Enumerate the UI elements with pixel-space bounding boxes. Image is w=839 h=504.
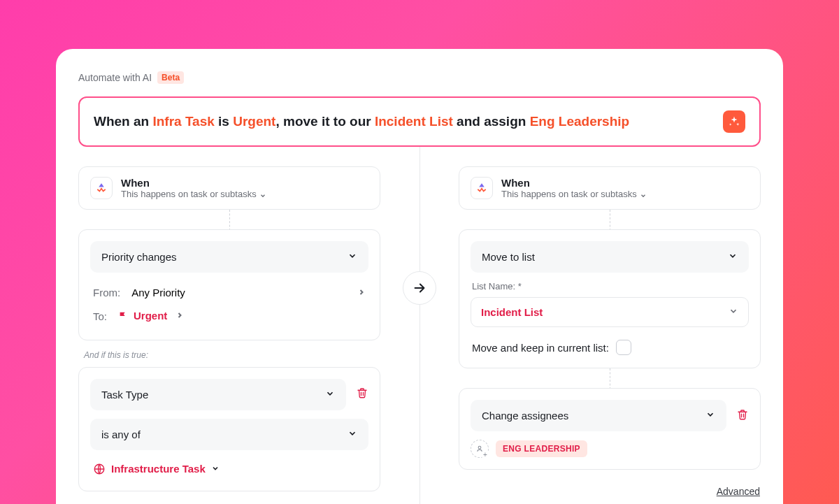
ai-generate-button[interactable] — [723, 110, 745, 133]
chevron-down-icon — [347, 429, 357, 440]
trigger-select[interactable]: Priority changes — [90, 241, 368, 273]
priority-trigger-card: Priority changes From: Any Priority To: — [78, 229, 380, 340]
arrow-right-icon — [412, 280, 427, 296]
assignee-action-select[interactable]: Change assignees — [471, 400, 726, 431]
chevron-right-icon — [175, 310, 184, 322]
chevron-down-icon — [729, 306, 738, 318]
beta-badge: Beta — [157, 71, 184, 84]
when-card[interactable]: When This happens on task or subtasks — [459, 166, 761, 210]
assignee-action-card: Change assignees + — [459, 388, 761, 470]
trigger-column: When This happens on task or subtasks Pr… — [78, 166, 420, 504]
chevron-down-icon — [259, 191, 266, 198]
assignee-chip[interactable]: ENG LEADERSHIP — [496, 440, 587, 457]
automation-panel: Automate with AI Beta When an Infra Task… — [56, 49, 783, 504]
chevron-down-icon — [640, 191, 647, 198]
when-label: When — [121, 177, 266, 189]
plus-icon: + — [481, 450, 489, 459]
trash-icon — [356, 387, 368, 399]
clickup-icon — [90, 177, 113, 199]
chevron-down-icon — [728, 251, 738, 263]
trash-icon — [736, 408, 749, 421]
prompt-text: When an Infra Task is Urgent, move it to… — [94, 114, 629, 129]
clickup-icon — [471, 177, 493, 199]
advanced-link[interactable]: Advanced — [717, 486, 760, 497]
when-subtext: This happens on task or subtasks — [501, 189, 647, 199]
keep-in-list-checkbox[interactable] — [616, 340, 631, 355]
condition-value-row[interactable]: Infrastructure Task — [90, 459, 368, 480]
svg-point-1 — [478, 446, 481, 449]
when-subtext: This happens on task or subtasks — [121, 189, 266, 199]
delete-action-button[interactable] — [736, 408, 749, 424]
chevron-down-icon — [347, 251, 357, 263]
condition-hint: And if this is true: — [84, 350, 380, 360]
chevron-down-icon — [705, 410, 715, 422]
sparkle-icon — [728, 115, 740, 128]
condition-card: Task Type is any of — [78, 367, 380, 491]
flow-arrow — [403, 271, 436, 305]
header-title: Automate with AI — [78, 72, 152, 83]
list-name-label: List Name: * — [472, 281, 749, 291]
keep-in-list-row: Move and keep in current list: — [471, 338, 749, 357]
chevron-down-icon — [211, 463, 220, 475]
when-card[interactable]: When This happens on task or subtasks — [78, 166, 380, 210]
flag-icon — [118, 311, 128, 321]
chevron-down-icon — [325, 389, 335, 401]
from-row[interactable]: From: Any Priority — [90, 281, 368, 304]
delete-condition-button[interactable] — [356, 387, 368, 402]
condition-op-select[interactable]: is any of — [90, 419, 368, 450]
action-column: When This happens on task or subtasks Mo… — [420, 166, 761, 504]
condition-field-select[interactable]: Task Type — [90, 379, 346, 410]
when-label: When — [501, 177, 647, 189]
action-select[interactable]: Move to list — [471, 241, 749, 273]
move-action-card: Move to list List Name: * Incident List … — [459, 229, 761, 368]
to-row[interactable]: To: Urgent — [90, 304, 368, 329]
header: Automate with AI Beta — [78, 71, 761, 84]
add-assignee-button[interactable]: + — [471, 440, 489, 458]
list-select[interactable]: Incident List — [471, 297, 749, 327]
ai-prompt-box[interactable]: When an Infra Task is Urgent, move it to… — [78, 96, 761, 147]
chevron-right-icon — [357, 287, 366, 298]
globe-icon — [93, 463, 106, 475]
